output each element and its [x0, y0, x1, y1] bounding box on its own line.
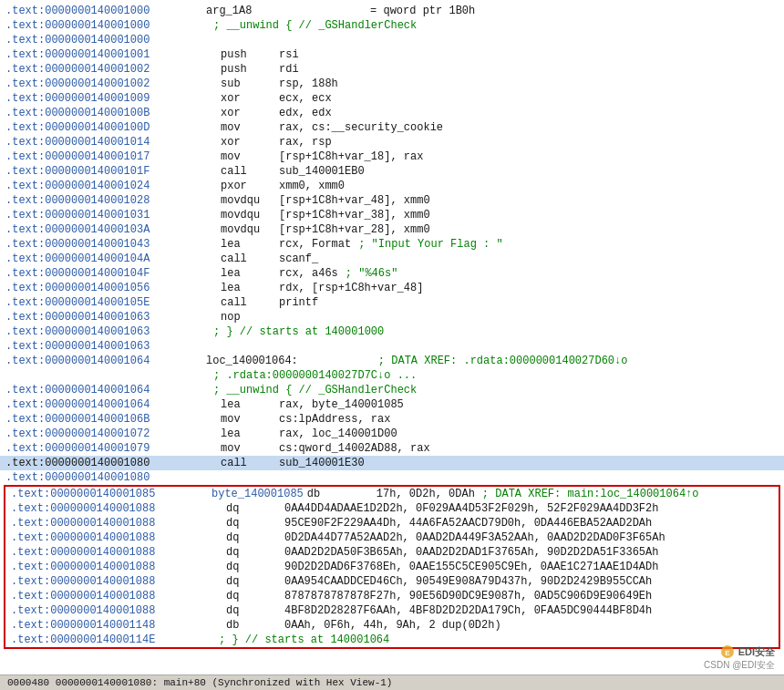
- code-line: .text:000000014000104A call scanf_: [0, 252, 784, 266]
- code-line: .text:0000000140001002 push rdi: [0, 62, 784, 77]
- code-line: .text:0000000140001028 movdqu [rsp+1C8h+…: [0, 193, 784, 208]
- code-line: .text:000000014000101F call sub_140001EB…: [0, 164, 784, 179]
- code-line: .text:0000000140001085 byte_140001085 db…: [5, 487, 779, 501]
- code-line: .text:0000000140001056 lea rdx, [rsp+1C8…: [0, 281, 784, 295]
- code-line: ; .rdata:0000000140027D7C↓o ...: [0, 368, 784, 383]
- code-line: .text:0000000140001088 dq 0AAD2D2DA50F3B…: [5, 545, 779, 560]
- code-line: .text:000000014000105E call printf: [0, 295, 784, 310]
- watermark: E EDI安全 CSDN @EDI安全: [704, 644, 775, 672]
- code-line: .text:0000000140001064 lea rax, byte_140…: [0, 397, 784, 412]
- code-line-highlighted: .text:0000000140001080 call sub_140001E3…: [0, 456, 784, 470]
- code-line: .text:000000014000114E ; } // starts at …: [5, 633, 779, 647]
- code-line: .text:0000000140001088 dq 0AA4DD4ADAAE1D…: [5, 501, 779, 516]
- code-line: .text:0000000140001088 dq 95CE90F2F229AA…: [5, 516, 779, 530]
- svg-text:E: E: [725, 649, 730, 657]
- code-line: .text:0000000140001080: [0, 470, 784, 485]
- disassembly-view: .text:0000000140001000 arg_1A8 = qword p…: [0, 0, 784, 653]
- code-line: .text:0000000140001031 movdqu [rsp+1C8h+…: [0, 208, 784, 222]
- code-line: .text:0000000140001088 dq 90D2D2DAD6F376…: [5, 560, 779, 574]
- code-line: .text:000000014000100B xor edx, edx: [0, 106, 784, 120]
- status-bar: 0000480 0000000140001080: main+80 (Synch…: [0, 675, 784, 690]
- code-line: .text:0000000140001148 db 0AAh, 0F6h, 44…: [5, 618, 779, 633]
- code-line: .text:0000000140001088 dq 0AA954CAADDCED…: [5, 574, 779, 589]
- code-line: .text:0000000140001088 dq 0D2DA44D77A52A…: [5, 530, 779, 545]
- code-line: .text:0000000140001063 nop: [0, 310, 784, 324]
- code-line: .text:0000000140001043 lea rcx, Format ;…: [0, 237, 784, 252]
- edi-logo-icon: E: [720, 644, 735, 659]
- code-line: .text:000000014000104F lea rcx, a46s ; "…: [0, 266, 784, 281]
- code-line: .text:0000000140001064 loc_140001064: ; …: [0, 354, 784, 368]
- code-line: .text:0000000140001063 ; } // starts at …: [0, 324, 784, 339]
- code-line: .text:0000000140001014 xor rax, rsp: [0, 135, 784, 149]
- code-line: .text:000000014000100D mov rax, cs:__sec…: [0, 120, 784, 135]
- code-line: .text:000000014000103A movdqu [rsp+1C8h+…: [0, 222, 784, 237]
- code-line: .text:0000000140001088 dq 4BF8D2D28287F6…: [5, 603, 779, 618]
- code-line: .text:0000000140001088 dq 8787878787878F…: [5, 589, 779, 603]
- code-line: .text:0000000140001001 push rsi: [0, 47, 784, 62]
- code-line: .text:0000000140001000 arg_1A8 = qword p…: [0, 4, 784, 18]
- watermark-brand: EDI安全: [738, 645, 775, 659]
- code-line: .text:0000000140001000 ; __unwind { // _…: [0, 18, 784, 33]
- code-line: .text:0000000140001072 lea rax, loc_1400…: [0, 427, 784, 441]
- code-line: .text:0000000140001017 mov [rsp+1C8h+var…: [0, 149, 784, 164]
- red-box-data-region: .text:0000000140001085 byte_140001085 db…: [4, 485, 780, 649]
- status-text: 0000480 0000000140001080: main+80 (Synch…: [7, 677, 392, 688]
- code-line: .text:0000000140001079 mov cs:qword_1400…: [0, 441, 784, 456]
- code-line: .text:0000000140001064 ; __unwind { // _…: [0, 383, 784, 397]
- code-line: .text:0000000140001009 xor ecx, ecx: [0, 91, 784, 106]
- code-line: .text:000000014000106B mov cs:lpAddress,…: [0, 412, 784, 427]
- code-line: .text:0000000140001063: [0, 339, 784, 354]
- code-line: .text:0000000140001002 sub rsp, 188h: [0, 77, 784, 91]
- watermark-csdn: CSDN @EDI安全: [704, 659, 775, 672]
- code-line: .text:0000000140001024 pxor xmm0, xmm0: [0, 179, 784, 193]
- code-line: .text:0000000140001000: [0, 33, 784, 47]
